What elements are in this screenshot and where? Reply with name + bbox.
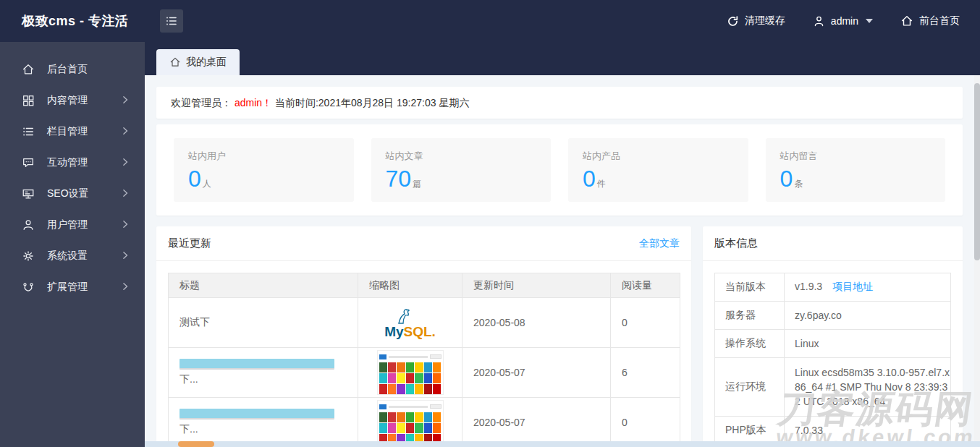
article-title: 下...	[179, 371, 358, 387]
table-row[interactable]: 测试下 MySQL. 2020-05-08 0	[169, 298, 680, 348]
vertical-scrollbar	[974, 75, 980, 441]
sidebar-item-interaction[interactable]: 互动管理	[0, 147, 145, 178]
sidebar-item-label: 栏目管理	[47, 125, 88, 138]
stat-card-products: 站内产品 0件	[568, 138, 748, 202]
sidebar-item-label: SEO设置	[47, 187, 89, 200]
stat-unit: 人	[203, 179, 211, 189]
stat-label: 站内用户	[188, 150, 339, 163]
sidebar-item-content[interactable]: 内容管理	[0, 85, 145, 116]
chevron-down-icon	[866, 19, 873, 23]
sidebar-item-extensions[interactable]: 扩展管理	[0, 271, 145, 302]
sidebar-item-label: 内容管理	[47, 94, 88, 107]
sidebar-item-label: 用户管理	[47, 218, 88, 231]
version-label: 服务器	[715, 302, 785, 330]
version-table: 当前版本 v1.9.3项目地址 服务器 zy.6pay.co 操作系统 Linu…	[714, 273, 951, 445]
sidebar-item-users[interactable]: 用户管理	[0, 209, 145, 240]
welcome-admin-name: admin！	[235, 97, 272, 108]
user-icon	[813, 15, 825, 27]
chevron-right-icon	[120, 188, 130, 198]
list-icon	[22, 125, 35, 138]
recent-panel-title: 最近更新	[168, 237, 211, 250]
clear-cache-label: 清理缓存	[745, 14, 785, 27]
tab-bar: 我的桌面	[145, 42, 980, 75]
chevron-right-icon	[120, 95, 130, 105]
stat-value: 70	[386, 166, 412, 192]
redacted-title-highlight	[179, 409, 334, 418]
chevron-right-icon	[120, 281, 130, 291]
site-thumbnail	[377, 350, 444, 395]
version-value: v1.9.3	[795, 281, 822, 292]
table-row[interactable]: 下... 2020-05-07 6	[169, 348, 680, 398]
article-date: 2020-05-07	[462, 348, 611, 398]
version-row: 操作系统 Linux	[715, 330, 951, 358]
home-icon	[22, 63, 35, 76]
version-label: 运行环境	[715, 358, 785, 417]
sidebar-item-columns[interactable]: 栏目管理	[0, 116, 145, 147]
clear-cache-button[interactable]: 清理缓存	[727, 14, 785, 27]
recent-updates-table: 标题 缩略图 更新时间 阅读量 测试下 MySQL.	[168, 273, 680, 447]
stat-unit: 条	[794, 179, 803, 189]
refresh-icon	[727, 15, 739, 27]
stat-value: 0	[780, 166, 793, 192]
sidebar-item-label: 后台首页	[47, 63, 88, 76]
col-reads: 阅读量	[611, 273, 680, 298]
article-reads: 0	[611, 398, 680, 447]
sidebar-item-settings[interactable]: 系统设置	[0, 240, 145, 271]
main-content: 欢迎管理员： admin！ 当前时间:2021年08月28日 19:27:03 …	[145, 75, 980, 447]
version-row: 当前版本 v1.9.3项目地址	[715, 273, 951, 302]
redacted-title-highlight	[179, 359, 334, 368]
chevron-right-icon	[120, 126, 130, 136]
gear-icon	[22, 250, 35, 263]
col-title: 标题	[169, 273, 358, 298]
welcome-time: 当前时间:2021年08月28日 19:27:03 星期六	[275, 97, 469, 108]
version-label: 操作系统	[715, 330, 785, 358]
nodes-icon	[22, 281, 35, 294]
stat-card-users: 站内用户 0人	[174, 138, 354, 202]
article-date: 2020-05-07	[462, 398, 611, 447]
sidebar-item-label: 互动管理	[47, 156, 88, 169]
grid-icon	[22, 94, 35, 107]
sidebar: 后台首页 内容管理 栏目管理	[0, 42, 145, 447]
stat-label: 站内产品	[583, 150, 734, 163]
article-reads: 6	[611, 348, 680, 398]
vertical-scrollbar-thumb[interactable]	[974, 83, 980, 260]
sidebar-item-label: 扩展管理	[47, 281, 88, 294]
horizontal-scrollbar-thumb[interactable]	[178, 441, 214, 447]
mysql-logo: MySQL.	[384, 307, 436, 338]
sidebar-toggle-button[interactable]	[160, 9, 183, 33]
username-label: admin	[831, 15, 858, 27]
app-logo: 极致cms - 专注活	[22, 0, 129, 42]
sidebar-item-seo[interactable]: SEO设置	[0, 178, 145, 209]
version-value: zy.6pay.co	[785, 302, 951, 330]
stat-unit: 件	[597, 179, 606, 189]
site-thumbnail	[377, 400, 444, 445]
version-row: PHP版本 7.0.33	[715, 417, 951, 445]
comment-icon	[22, 156, 35, 169]
stat-value: 0	[188, 166, 201, 192]
stat-label: 站内留言	[780, 150, 932, 163]
stat-card-articles: 站内文章 70篇	[371, 138, 552, 202]
recent-updates-panel: 最近更新 全部文章 标题 缩略图 更新时间 阅读量 测试下	[156, 226, 691, 447]
version-row: 运行环境 Linux ecsd58m35 3.10.0-957.el7.x86_…	[715, 358, 951, 417]
col-thumbnail: 缩略图	[358, 273, 462, 298]
home-icon	[900, 14, 913, 27]
chevron-right-icon	[120, 250, 130, 260]
table-header-row: 标题 缩略图 更新时间 阅读量	[169, 273, 680, 298]
stat-unit: 篇	[413, 179, 421, 189]
sidebar-item-dashboard[interactable]: 后台首页	[0, 54, 145, 85]
version-value: Linux	[785, 330, 951, 358]
all-articles-link[interactable]: 全部文章	[639, 237, 680, 250]
welcome-prefix: 欢迎管理员：	[171, 97, 232, 108]
article-title: 测试下	[169, 298, 358, 348]
menu-list-icon	[165, 14, 178, 27]
tab-my-desktop[interactable]: 我的桌面	[156, 49, 240, 75]
version-label: 当前版本	[715, 273, 785, 302]
chevron-right-icon	[120, 157, 130, 167]
home-icon	[169, 56, 181, 68]
article-reads: 0	[611, 298, 680, 348]
user-menu[interactable]: admin	[813, 15, 873, 27]
version-value: 7.0.33	[785, 417, 951, 445]
project-url-link[interactable]: 项目地址	[832, 281, 873, 292]
table-row[interactable]: 下... 2020-05-07 0	[169, 398, 680, 447]
front-home-link[interactable]: 前台首页	[900, 14, 960, 27]
